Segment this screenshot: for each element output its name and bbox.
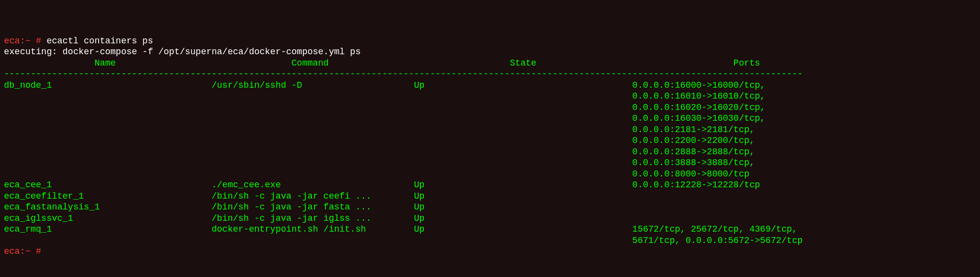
table-row: eca_fastanalysis_1 /bin/sh -c java -jar …	[4, 202, 632, 212]
shell-prompt[interactable]: eca:~ #	[4, 246, 46, 256]
table-row: eca_cee_1 ./emc_cee.exe Up 0.0.0.0:12228…	[4, 180, 760, 190]
table-row-cont: 0.0.0.0:3888->3888/tcp,	[4, 158, 755, 168]
table-row-cont: 0.0.0.0:2888->2888/tcp,	[4, 147, 755, 157]
table-row-cont: 0.0.0.0:8000->8000/tcp	[4, 169, 749, 179]
table-divider: ----------------------------------------…	[4, 69, 803, 79]
table-row: eca_iglssvc_1 /bin/sh -c java -jar iglss…	[4, 213, 632, 223]
table-header: Name Command State Ports	[4, 58, 760, 68]
table-row-cont: 0.0.0.0:16010->16010/tcp,	[4, 91, 766, 101]
table-row: eca_rmq_1 docker-entrypoint.sh /init.sh …	[4, 224, 797, 234]
table-row-cont: 0.0.0.0:2200->2200/tcp,	[4, 136, 755, 145]
table-row-cont: 5671/tcp, 0.0.0.0:5672->5672/tcp	[4, 236, 803, 245]
table-row: eca_ceefilter_1 /bin/sh -c java -jar cee…	[4, 191, 632, 201]
table-row-cont: 0.0.0.0:16020->16020/tcp,	[4, 103, 766, 112]
typed-command[interactable]: ecactl containers ps	[46, 36, 153, 46]
table-row-cont: 0.0.0.0:16030->16030/tcp,	[4, 113, 766, 123]
executing-line: executing: docker-compose -f /opt/supern…	[4, 47, 361, 57]
terminal-output: eca:~ # ecactl containers ps executing: …	[4, 36, 803, 257]
shell-prompt: eca:~ #	[4, 36, 46, 46]
table-row-cont: 0.0.0.0:2181->2181/tcp,	[4, 125, 755, 135]
table-row: db_node_1 /usr/sbin/sshd -D Up 0.0.0.0:1…	[4, 80, 766, 90]
